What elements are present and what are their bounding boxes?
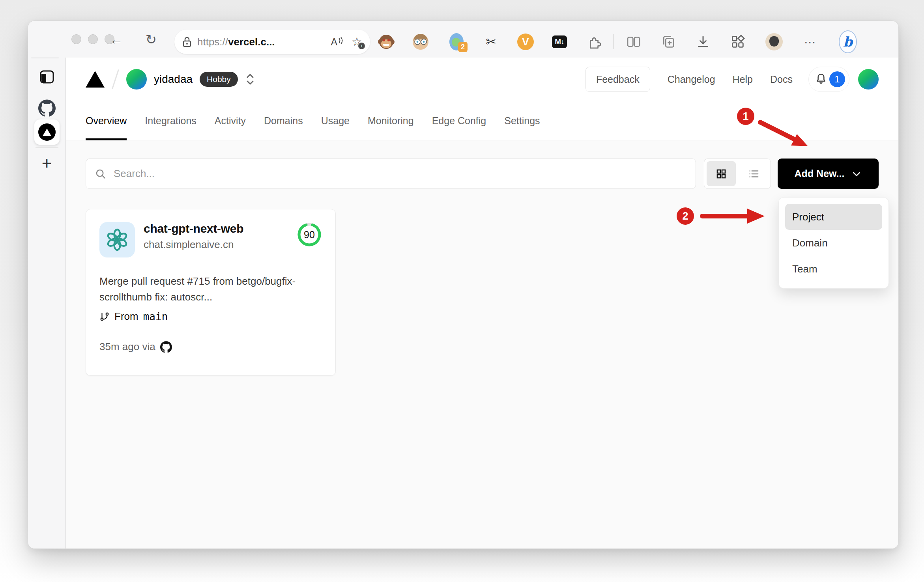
tab-overview[interactable]: Overview [86, 101, 127, 140]
team-avatar[interactable] [126, 69, 147, 90]
project-card[interactable]: chat-gpt-next-web chat.simplenaive.cn 90 [86, 209, 336, 376]
feedback-button[interactable]: Feedback [585, 67, 650, 92]
github-tab-icon[interactable] [38, 99, 56, 117]
annotation-arrow-1 [756, 118, 815, 154]
url-text: https://vercel.c... [197, 36, 275, 48]
openai-logo-icon [106, 228, 129, 251]
dropdown-item-domain[interactable]: Domain [785, 230, 882, 256]
grid-view-button[interactable] [707, 161, 736, 186]
speed-insights-score[interactable]: 90 [297, 222, 322, 247]
breadcrumb-slash [112, 69, 119, 89]
read-aloud-icon[interactable]: A [331, 36, 343, 48]
branch-name[interactable]: main [143, 311, 168, 323]
browser-toolbar: ← ↻ https://vercel.c... A ☆ + [28, 21, 898, 58]
minimize-window-button[interactable] [88, 34, 98, 44]
search-input[interactable] [113, 167, 687, 180]
add-new-dropdown: Project Domain Team [778, 197, 889, 289]
lock-icon [182, 36, 192, 48]
bing-chat-icon[interactable]: b [839, 33, 857, 51]
apps-launcher-icon[interactable] [729, 33, 747, 51]
edge-vertical-tabs-sidebar: + [28, 58, 66, 548]
plan-badge: Hobby [200, 72, 238, 87]
score-value: 90 [297, 222, 322, 247]
list-view-icon [747, 168, 760, 180]
notifications-button[interactable]: 1 [808, 67, 849, 92]
downloads-icon[interactable] [694, 33, 712, 51]
desktop-background: ← ↻ https://vercel.c... A ☆ + [0, 0, 924, 582]
team-name[interactable]: yidadaa [154, 73, 193, 86]
vercel-tab-icon [38, 123, 56, 141]
tab-monitoring[interactable]: Monitoring [368, 101, 414, 140]
annotation-step-1: 1 [737, 108, 754, 125]
tab-edge-config[interactable]: Edge Config [432, 101, 486, 140]
help-link[interactable]: Help [733, 74, 753, 85]
notification-count-badge: 1 [829, 71, 845, 87]
tab-settings[interactable]: Settings [504, 101, 540, 140]
project-domain[interactable]: chat.simplenaive.cn [144, 239, 243, 251]
more-menu-icon[interactable]: ⋯ [801, 33, 819, 51]
changelog-link[interactable]: Changelog [668, 74, 715, 85]
address-bar[interactable]: https://vercel.c... A ☆ + [174, 30, 370, 54]
scissors-extension-icon[interactable]: ✂ [482, 33, 500, 51]
collections-icon[interactable] [659, 33, 677, 51]
branch-row: From main [99, 310, 322, 323]
branch-prefix: From [114, 310, 138, 323]
browser-profile-avatar[interactable] [765, 33, 783, 51]
browser-window: ← ↻ https://vercel.c... A ☆ + [28, 21, 899, 549]
new-tab-button[interactable]: + [42, 155, 52, 172]
sidebar-toggle-icon[interactable] [40, 70, 54, 84]
docs-link[interactable]: Docs [770, 74, 793, 85]
projects-content: Add New... [66, 140, 898, 548]
grid-view-icon [715, 168, 728, 180]
user-avatar[interactable] [858, 69, 879, 90]
project-name[interactable]: chat-gpt-next-web [144, 222, 243, 235]
annotation-step-2: 2 [677, 207, 694, 225]
view-toggle [704, 159, 771, 189]
markdown-extension-icon[interactable]: M↓ [550, 33, 569, 51]
sidebar-divider [36, 147, 58, 148]
tampermonkey-extension-icon[interactable] [377, 33, 395, 51]
vercel-logo[interactable] [86, 71, 105, 88]
list-view-button[interactable] [739, 161, 768, 186]
tab-integrations[interactable]: Integrations [145, 101, 196, 140]
deployed-time: 35m ago via [99, 341, 155, 353]
split-screen-icon[interactable] [625, 33, 643, 51]
favorite-star-icon[interactable]: ☆ + [352, 36, 362, 48]
project-favicon [99, 222, 135, 257]
deployment-meta: 35m ago via [99, 341, 322, 353]
vercel-active-tab[interactable] [34, 119, 60, 145]
dashboard-header: yidadaa Hobby Feedback Changelog Help Do… [66, 58, 898, 101]
v-extension-icon[interactable]: V [516, 33, 535, 51]
github-icon [160, 341, 172, 353]
annotation-arrow-2 [698, 207, 769, 225]
tab-activity[interactable]: Activity [215, 101, 246, 140]
scope-switcher-icon[interactable] [246, 73, 254, 86]
back-icon[interactable]: ← [110, 33, 123, 46]
search-icon [95, 168, 107, 180]
tab-domains[interactable]: Domains [264, 101, 303, 140]
project-search[interactable] [86, 159, 696, 189]
git-branch-icon [99, 312, 110, 322]
bell-icon [814, 73, 828, 86]
latest-commit-message[interactable]: Merge pull request #715 from betgo/bugfi… [99, 273, 324, 305]
extensions-puzzle-icon[interactable] [586, 33, 604, 51]
avatar-extension-icon[interactable] [411, 33, 430, 51]
dropdown-item-project[interactable]: Project [785, 204, 882, 230]
tab-usage[interactable]: Usage [321, 101, 350, 140]
dropdown-item-team[interactable]: Team [785, 256, 882, 282]
add-new-button[interactable]: Add New... [778, 159, 879, 189]
chevron-down-icon [851, 169, 862, 179]
toolbar-divider [613, 34, 614, 49]
sync-extension-icon[interactable]: 2 [448, 33, 466, 51]
refresh-icon[interactable]: ↻ [146, 33, 157, 46]
close-window-button[interactable] [71, 34, 81, 44]
